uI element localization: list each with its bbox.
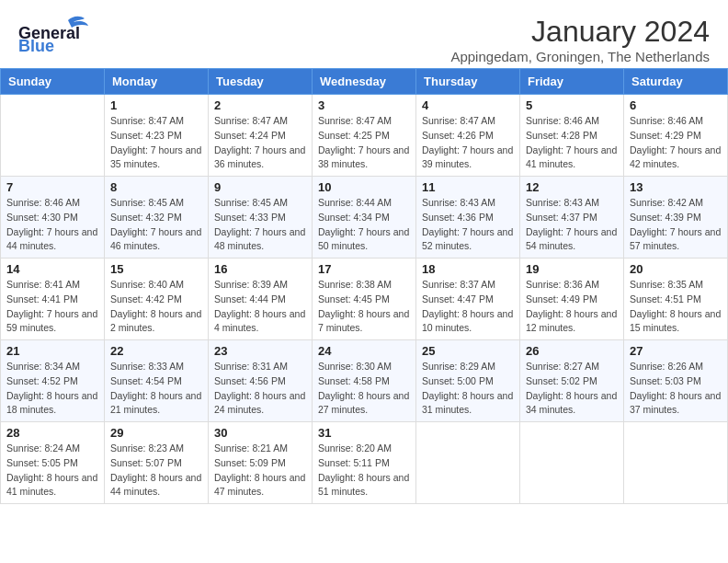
calendar-cell: 12 Sunrise: 8:43 AM Sunset: 4:37 PM Dayl… [520,177,624,259]
daylight-text: Daylight: 8 hours and 2 minutes. [110,308,201,334]
calendar-cell: 16 Sunrise: 8:39 AM Sunset: 4:44 PM Dayl… [209,259,313,340]
sunrise-text: Sunrise: 8:44 AM [318,197,392,208]
sunrise-text: Sunrise: 8:39 AM [214,279,288,290]
day-info: Sunrise: 8:45 AM Sunset: 4:33 PM Dayligh… [214,196,306,254]
day-number: 13 [630,180,722,194]
day-number: 8 [110,180,202,194]
calendar-cell: 11 Sunrise: 8:43 AM Sunset: 4:36 PM Dayl… [416,177,520,259]
svg-text:Blue: Blue [18,37,54,53]
day-number: 24 [318,344,410,358]
day-info: Sunrise: 8:42 AM Sunset: 4:39 PM Dayligh… [630,196,722,254]
daylight-text: Daylight: 8 hours and 12 minutes. [526,308,617,334]
sunrise-text: Sunrise: 8:46 AM [630,115,703,126]
calendar-cell: 10 Sunrise: 8:44 AM Sunset: 4:34 PM Dayl… [313,177,416,259]
day-info: Sunrise: 8:47 AM Sunset: 4:23 PM Dayligh… [110,114,202,172]
calendar-cell: 31 Sunrise: 8:20 AM Sunset: 5:11 PM Dayl… [313,422,416,504]
sunset-text: Sunset: 4:42 PM [110,293,182,304]
sunset-text: Sunset: 5:07 PM [110,457,182,468]
calendar-week-row: 21 Sunrise: 8:34 AM Sunset: 4:52 PM Dayl… [1,340,728,422]
day-number: 20 [630,262,722,276]
header-friday: Friday [520,69,624,95]
daylight-text: Daylight: 7 hours and 48 minutes. [214,226,305,252]
calendar-cell: 3 Sunrise: 8:47 AM Sunset: 4:25 PM Dayli… [313,95,416,177]
calendar-cell: 24 Sunrise: 8:30 AM Sunset: 4:58 PM Dayl… [313,340,416,422]
day-number: 12 [526,180,618,194]
title-section: January 2024 Appingedam, Groningen, The … [450,15,710,64]
calendar-cell: 19 Sunrise: 8:36 AM Sunset: 4:49 PM Dayl… [520,259,624,340]
day-number: 1 [110,98,202,112]
day-info: Sunrise: 8:46 AM Sunset: 4:29 PM Dayligh… [630,114,722,172]
sunset-text: Sunset: 5:11 PM [318,457,390,468]
sunrise-text: Sunrise: 8:47 AM [422,115,495,126]
day-number: 28 [6,426,98,440]
day-info: Sunrise: 8:38 AM Sunset: 4:45 PM Dayligh… [318,278,410,336]
day-number: 2 [214,98,306,112]
sunset-text: Sunset: 4:25 PM [318,130,390,141]
sunrise-text: Sunrise: 8:46 AM [6,197,80,208]
day-number: 11 [422,180,514,194]
calendar-cell: 27 Sunrise: 8:26 AM Sunset: 5:03 PM Dayl… [624,340,728,422]
daylight-text: Daylight: 7 hours and 38 minutes. [318,144,409,170]
sunset-text: Sunset: 5:09 PM [214,457,286,468]
day-number: 5 [526,98,618,112]
daylight-text: Daylight: 8 hours and 21 minutes. [110,390,201,416]
day-info: Sunrise: 8:34 AM Sunset: 4:52 PM Dayligh… [6,360,98,418]
sunset-text: Sunset: 4:36 PM [422,212,494,223]
calendar-cell [416,422,520,504]
sunset-text: Sunset: 4:41 PM [6,293,78,304]
day-info: Sunrise: 8:41 AM Sunset: 4:41 PM Dayligh… [6,278,98,336]
daylight-text: Daylight: 8 hours and 47 minutes. [214,472,305,498]
sunset-text: Sunset: 4:39 PM [630,212,701,223]
sunrise-text: Sunrise: 8:43 AM [526,197,599,208]
calendar-cell: 2 Sunrise: 8:47 AM Sunset: 4:24 PM Dayli… [209,95,313,177]
day-number: 27 [630,344,722,358]
sunrise-text: Sunrise: 8:47 AM [214,115,288,126]
daylight-text: Daylight: 7 hours and 39 minutes. [422,144,513,170]
daylight-text: Daylight: 7 hours and 41 minutes. [526,144,617,170]
sunrise-text: Sunrise: 8:42 AM [630,197,703,208]
daylight-text: Daylight: 7 hours and 35 minutes. [110,144,201,170]
sunset-text: Sunset: 4:56 PM [214,375,286,386]
calendar-table: Sunday Monday Tuesday Wednesday Thursday… [0,68,728,504]
sunrise-text: Sunrise: 8:26 AM [630,361,703,372]
logo-svg: GeneralBlue [18,15,92,53]
sunset-text: Sunset: 4:24 PM [214,130,286,141]
calendar-cell: 30 Sunrise: 8:21 AM Sunset: 5:09 PM Dayl… [209,422,313,504]
sunrise-text: Sunrise: 8:23 AM [110,442,184,454]
month-title: January 2024 [450,15,710,49]
day-info: Sunrise: 8:43 AM Sunset: 4:37 PM Dayligh… [526,196,618,254]
sunset-text: Sunset: 4:51 PM [630,293,701,304]
day-number: 30 [214,426,306,440]
sunrise-text: Sunrise: 8:43 AM [422,197,495,208]
calendar-cell: 29 Sunrise: 8:23 AM Sunset: 5:07 PM Dayl… [105,422,209,504]
location-title: Appingedam, Groningen, The Netherlands [450,49,710,64]
sunrise-text: Sunrise: 8:29 AM [422,361,495,372]
day-info: Sunrise: 8:36 AM Sunset: 4:49 PM Dayligh… [526,278,618,336]
sunrise-text: Sunrise: 8:35 AM [630,279,703,290]
day-info: Sunrise: 8:33 AM Sunset: 4:54 PM Dayligh… [110,360,202,418]
daylight-text: Daylight: 8 hours and 34 minutes. [526,390,617,416]
day-info: Sunrise: 8:46 AM Sunset: 4:30 PM Dayligh… [6,196,98,254]
calendar-cell: 20 Sunrise: 8:35 AM Sunset: 4:51 PM Dayl… [624,259,728,340]
daylight-text: Daylight: 8 hours and 31 minutes. [422,390,513,416]
daylight-text: Daylight: 7 hours and 59 minutes. [6,308,97,334]
calendar-cell: 18 Sunrise: 8:37 AM Sunset: 4:47 PM Dayl… [416,259,520,340]
sunrise-text: Sunrise: 8:40 AM [110,279,184,290]
calendar-cell: 4 Sunrise: 8:47 AM Sunset: 4:26 PM Dayli… [416,95,520,177]
daylight-text: Daylight: 7 hours and 54 minutes. [526,226,617,252]
day-info: Sunrise: 8:26 AM Sunset: 5:03 PM Dayligh… [630,360,722,418]
calendar-cell: 14 Sunrise: 8:41 AM Sunset: 4:41 PM Dayl… [1,259,105,340]
header-sunday: Sunday [1,69,105,95]
day-info: Sunrise: 8:37 AM Sunset: 4:47 PM Dayligh… [422,278,514,336]
day-number: 15 [110,262,202,276]
calendar-cell: 22 Sunrise: 8:33 AM Sunset: 4:54 PM Dayl… [105,340,209,422]
calendar-cell: 1 Sunrise: 8:47 AM Sunset: 4:23 PM Dayli… [105,95,209,177]
daylight-text: Daylight: 8 hours and 15 minutes. [630,308,721,334]
calendar-cell: 26 Sunrise: 8:27 AM Sunset: 5:02 PM Dayl… [520,340,624,422]
day-number: 22 [110,344,202,358]
header-wednesday: Wednesday [313,69,416,95]
daylight-text: Daylight: 8 hours and 51 minutes. [318,472,409,498]
day-number: 21 [6,344,98,358]
day-info: Sunrise: 8:47 AM Sunset: 4:25 PM Dayligh… [318,114,410,172]
sunrise-text: Sunrise: 8:31 AM [214,361,288,372]
